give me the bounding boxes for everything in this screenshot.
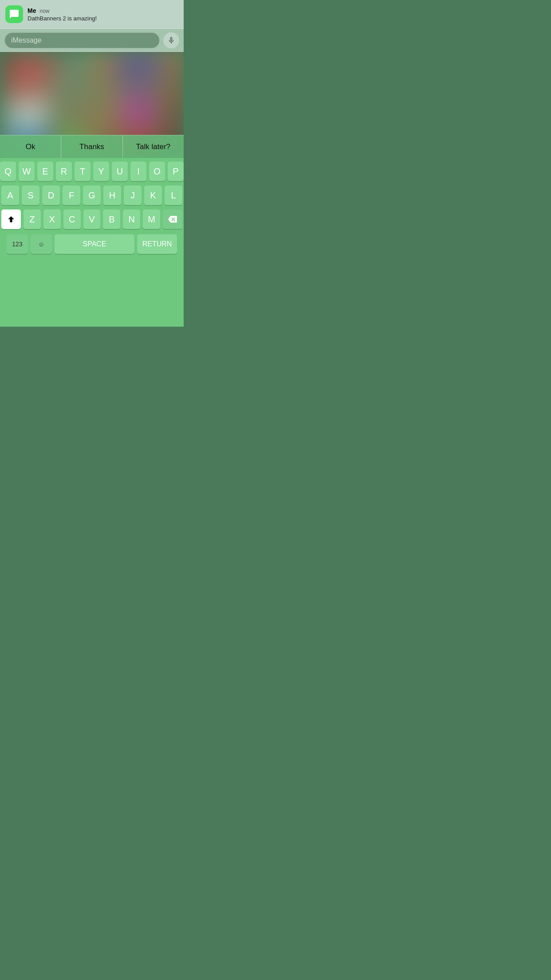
microphone-button[interactable] (163, 32, 179, 48)
key-f[interactable]: F (63, 186, 80, 205)
key-q[interactable]: Q (0, 162, 16, 181)
key-o[interactable]: O (149, 162, 165, 181)
message-bar (0, 29, 184, 52)
key-d[interactable]: D (42, 186, 60, 205)
key-r[interactable]: R (56, 162, 72, 181)
keyboard-row-4: 123 ☺ space return (1, 234, 182, 254)
quick-reply-ok[interactable]: Ok (0, 135, 61, 158)
key-l[interactable]: L (165, 186, 182, 205)
notification-app-icon (5, 5, 23, 23)
notification-message: DathBanners 2 is amazing! (28, 15, 178, 22)
keyboard-row-3: Z X C V B N M (1, 209, 182, 229)
key-j[interactable]: J (124, 186, 142, 205)
key-u[interactable]: U (112, 162, 128, 181)
emoji-key[interactable]: ☺ (31, 234, 52, 254)
key-c[interactable]: C (63, 209, 81, 229)
key-x[interactable]: X (43, 209, 61, 229)
quick-reply-thanks[interactable]: Thanks (61, 135, 122, 158)
key-m[interactable]: M (143, 209, 160, 229)
delete-key[interactable] (163, 209, 182, 229)
key-a[interactable]: A (1, 186, 19, 205)
shift-key[interactable] (1, 209, 21, 229)
quick-replies-bar: Ok Thanks Talk later? (0, 135, 184, 158)
space-key[interactable]: space (55, 234, 134, 254)
keyboard: Q W E R T Y U I O P A S D F G H J K L (0, 158, 184, 327)
keyboard-row-2: A S D F G H J K L (1, 186, 182, 205)
key-s[interactable]: S (22, 186, 39, 205)
key-i[interactable]: I (130, 162, 146, 181)
message-input[interactable] (4, 32, 160, 48)
key-k[interactable]: K (144, 186, 162, 205)
keyboard-row-1: Q W E R T Y U I O P (1, 162, 182, 181)
key-v[interactable]: V (83, 209, 101, 229)
return-key[interactable]: return (137, 234, 177, 254)
key-g[interactable]: G (83, 186, 101, 205)
key-t[interactable]: T (75, 162, 91, 181)
notification-banner[interactable]: Me now DathBanners 2 is amazing! (0, 0, 184, 29)
notification-content: Me now DathBanners 2 is amazing! (28, 7, 178, 22)
key-h[interactable]: H (103, 186, 121, 205)
quick-reply-talk-later[interactable]: Talk later? (123, 135, 184, 158)
key-z[interactable]: Z (24, 209, 41, 229)
key-b[interactable]: B (103, 209, 120, 229)
notification-time: now (39, 8, 49, 14)
key-e[interactable]: E (37, 162, 53, 181)
notification-sender: Me (28, 7, 36, 14)
key-n[interactable]: N (123, 209, 140, 229)
key-p[interactable]: P (168, 162, 184, 181)
key-w[interactable]: W (19, 162, 35, 181)
numbers-key[interactable]: 123 (7, 234, 28, 254)
key-y[interactable]: Y (93, 162, 109, 181)
